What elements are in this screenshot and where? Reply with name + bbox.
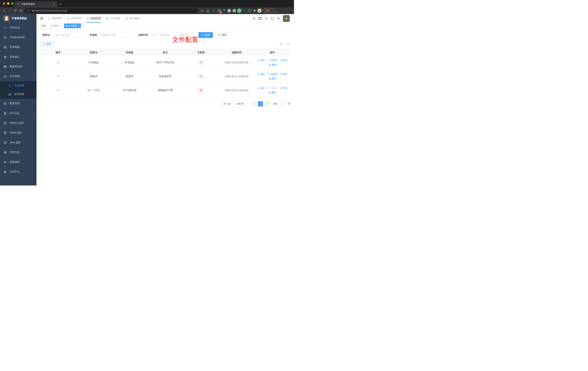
col-name: 配置名 [76,50,112,56]
extension-star-icon[interactable]: ☆ [242,8,247,13]
profile-caret-icon[interactable]: ▾ [277,11,278,13]
extensions-puzzle-icon[interactable]: ✚ [252,8,257,13]
minimize-window-button[interactable] [7,2,9,5]
page-size-select[interactable]: 10条/页 [233,101,250,106]
page-number-1[interactable]: 1 [258,101,263,106]
topnav-workflow[interactable]: 工作流程 [103,14,123,23]
sidebar-item-redis-monitor[interactable]: Redis 监控 [0,128,36,138]
goto-page-input[interactable] [279,101,287,106]
share-icon[interactable] [205,8,210,13]
tab-file-config[interactable]: 文件配置 x [64,23,81,28]
test-action[interactable]: 测试 [280,59,287,62]
fullscreen-icon[interactable] [270,16,275,21]
delete-action[interactable]: 删除 [269,91,276,94]
sidebar-item-java-monitor[interactable]: Java 监控 [0,138,36,147]
browser-menu-icon[interactable]: ⋮ [272,9,274,12]
storage-select[interactable]: 请选择存储器 [99,32,133,38]
site-info-icon[interactable]: i [27,9,30,12]
pencil-icon [257,87,260,89]
extension-emoji-icon[interactable] [257,8,262,13]
file-config-table: 编号 配置名 存储器 备注 主配置 创建时间 操作 5 本地磁盘 本地磁盘 测试… [40,49,290,97]
sidebar-item-config-management[interactable]: 配置管理 [0,99,36,108]
sidebar-collapse-icon[interactable] [39,15,45,21]
chevron-right-icon [266,103,268,105]
sidebar-item-file-list[interactable]: 文件列表 [0,90,36,99]
master-action[interactable]: 主配置 [267,59,277,62]
test-action[interactable]: 测试 [280,73,287,76]
test-action[interactable]: 测试 [280,86,287,90]
new-tab-button[interactable]: + [60,2,62,6]
show-search-icon[interactable] [279,42,283,46]
next-page-button[interactable] [264,101,270,106]
table-row: 4 数据库 数据库 我是数据库 否 2022-03-15 23:56:24 修改… [40,70,290,84]
close-window-button[interactable] [3,2,5,5]
chevron-down-icon: ⌄ [33,112,34,114]
sidebar-item-tracing[interactable]: 链路追踪 [0,157,36,167]
browser-tab[interactable]: 芋道管理系统 x [14,1,57,7]
avatar-qr-image[interactable] [283,15,290,22]
address-bar[interactable]: i 127.0.0.1:1024/infra/file/file-config [25,8,198,13]
sidebar-item-scheduled-jobs[interactable]: 定时任务 [0,147,36,157]
tab-home[interactable]: 首页 [40,23,48,28]
table-row: 5 本地磁盘 本地磁盘 测试下本地存储 否 2022-03-15 23:57:0… [40,56,290,70]
forward-button[interactable] [7,8,13,13]
sidebar-item-db-doc[interactable]: 数据库文档 [0,62,36,72]
topnav-reports[interactable]: 统计报表 [123,14,142,23]
sidebar-submenu-file: 文件配置 文件列表 [0,81,36,99]
trash-icon [269,64,271,66]
sidebar-group-file-management[interactable]: 文件管理 ⌃ [0,72,36,81]
delete-action[interactable]: 删除 [269,77,276,80]
bookmark-star-icon[interactable]: ☆ [211,8,216,13]
back-button[interactable] [2,8,7,13]
name-input[interactable] [52,32,85,38]
tab-profile[interactable]: 个人中心 x [49,23,63,28]
home-button[interactable] [18,8,23,13]
monitor-chart-icon [4,122,7,125]
add-button[interactable]: 新增 [40,41,53,47]
search-button[interactable]: 搜索 [199,32,213,38]
font-size-icon[interactable]: tT [276,16,281,21]
help-icon[interactable]: ? [263,16,269,21]
close-icon[interactable]: x [78,25,79,27]
reset-button[interactable]: 重置 [215,32,230,38]
prev-page-button[interactable] [251,101,256,106]
extension-dot-icon[interactable] [232,8,237,13]
sidebar-item-code-example[interactable]: 代码生成示例 [0,32,36,42]
master-action[interactable]: 主配置 [267,73,277,76]
close-icon[interactable]: x [60,25,61,27]
sidebar-item-form-builder[interactable]: 表单构建 [0,42,36,52]
browser-update-button[interactable]: 更新 ⋮ [263,8,276,13]
window-controls[interactable] [3,2,13,5]
edit-action[interactable]: 修改 [257,59,265,62]
sidebar-item-mysql-monitor[interactable]: MySQL 监控 [0,118,36,128]
github-icon[interactable] [257,16,263,21]
maximize-window-button[interactable] [11,2,13,5]
password-key-icon[interactable] [199,8,205,13]
sidebar-group-api-log[interactable]: API 日志 ⌄ [0,108,36,118]
briefcase-icon [106,17,109,20]
reload-button[interactable] [13,8,18,13]
refresh-table-icon[interactable] [286,42,290,46]
topnav-system[interactable]: 系统管理 [45,14,64,23]
edit-action[interactable]: 修改 [257,73,265,76]
pagination: 共 3 条 10条/页 1 前往 页 [36,101,290,106]
sidebar-item-file-config[interactable]: 文件配置 [0,81,36,90]
search-icon[interactable] [251,16,257,21]
topnav-payment[interactable]: 支付管理 [64,14,84,23]
filter-storage-group: 存储器 请选择存储器 [89,32,133,38]
sidebar-item-code-generation[interactable]: 代码生成 [0,23,36,32]
extension-eye-icon[interactable] [247,8,252,13]
topnav-infrastructure[interactable]: 基础设施 [84,14,103,23]
extension-command-icon[interactable]: ⌘ [227,8,231,13]
sidebar-item-system-api[interactable]: 系统接口 [0,52,36,62]
edit-action[interactable]: 修改 [257,86,265,90]
magnet-icon [267,73,270,75]
tab-close-icon[interactable]: x [52,2,56,6]
extension-v-icon[interactable]: V [237,8,242,13]
avatar-caret-icon[interactable]: ▾ [291,18,292,19]
sidebar-logo[interactable]: 芋道管理系统 [0,14,36,23]
extension-kite-icon[interactable] [222,8,226,13]
sidebar-item-log-center[interactable]: 日志中心 [0,167,36,177]
extension-tabs-icon[interactable]: 11 [217,8,221,13]
delete-action[interactable]: 删除 [269,63,276,66]
